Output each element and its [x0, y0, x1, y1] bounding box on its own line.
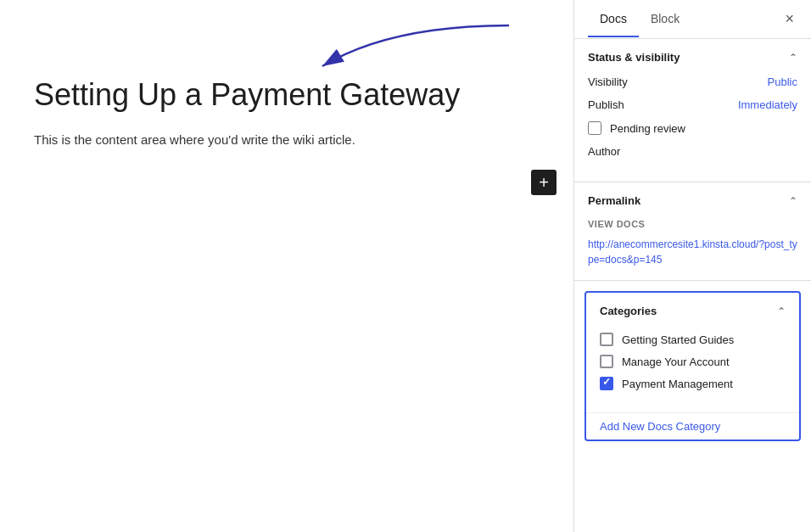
status-visibility-header[interactable]: Status & visibility ⌃	[574, 39, 811, 76]
page-title: Setting Up a Payment Gateway	[34, 76, 540, 113]
visibility-row: Visibility Public	[588, 76, 797, 88]
page-content: This is the content area where you'd wri…	[34, 130, 540, 150]
author-row: Author	[588, 145, 797, 158]
chevron-up-icon-categories: ⌃	[777, 305, 786, 317]
tab-block[interactable]: Block	[639, 2, 691, 37]
category-row-1: Manage Your Account	[600, 355, 786, 368]
close-icon: ×	[785, 10, 794, 28]
permalink-body: VIEW DOCS http://anecommercesite1.kinsta…	[574, 219, 811, 280]
author-label: Author	[588, 145, 620, 158]
categories-heading: Categories	[600, 305, 657, 317]
category-label-getting-started: Getting Started Guides	[622, 333, 734, 346]
permalink-link[interactable]: http://anecommercesite1.kinsta.cloud/?po…	[588, 238, 797, 266]
categories-header[interactable]: Categories ⌃	[586, 293, 799, 329]
sidebar: Docs Block × Status & visibility ⌃ Visib…	[573, 0, 811, 532]
category-label-payment-management: Payment Management	[622, 378, 733, 390]
status-visibility-heading: Status & visibility	[588, 51, 680, 64]
categories-section: Categories ⌃ Getting Started Guides Mana…	[584, 291, 801, 441]
add-category-link[interactable]: Add New Docs Category	[586, 412, 799, 440]
permalink-section: Permalink ⌃ VIEW DOCS http://anecommerce…	[574, 182, 811, 281]
visibility-label: Visibility	[588, 76, 628, 88]
publish-row: Publish Immediately	[588, 98, 797, 111]
permalink-header[interactable]: Permalink ⌃	[574, 182, 811, 219]
arrow-annotation	[51, 17, 526, 85]
add-block-button[interactable]: +	[531, 170, 557, 195]
category-label-manage-account: Manage Your Account	[622, 356, 730, 368]
pending-review-row: Pending review	[588, 121, 797, 135]
category-checkbox-getting-started[interactable]	[600, 333, 613, 346]
view-docs-label: VIEW DOCS	[588, 219, 797, 229]
plus-icon: +	[539, 173, 549, 193]
category-checkbox-payment-management[interactable]	[600, 377, 613, 390]
pending-review-label: Pending review	[610, 122, 685, 135]
publish-value[interactable]: Immediately	[738, 98, 797, 111]
category-checkbox-manage-account[interactable]	[600, 355, 613, 368]
category-row-0: Getting Started Guides	[600, 333, 786, 346]
categories-body: Getting Started Guides Manage Your Accou…	[586, 329, 799, 409]
editor-area: Setting Up a Payment Gateway This is the…	[0, 0, 573, 532]
chevron-up-icon-permalink: ⌃	[789, 195, 797, 207]
pending-review-checkbox[interactable]	[588, 121, 601, 135]
publish-label: Publish	[588, 98, 624, 111]
status-visibility-body: Visibility Public Publish Immediately Pe…	[574, 76, 811, 182]
close-button[interactable]: ×	[781, 7, 797, 31]
permalink-heading: Permalink	[588, 194, 640, 207]
status-visibility-section: Status & visibility ⌃ Visibility Public …	[574, 39, 811, 182]
chevron-up-icon: ⌃	[789, 52, 797, 64]
tab-group: Docs Block	[588, 2, 781, 36]
category-row-2: Payment Management	[600, 377, 786, 390]
visibility-value[interactable]: Public	[768, 76, 797, 88]
sidebar-header: Docs Block ×	[574, 0, 811, 39]
tab-docs[interactable]: Docs	[588, 2, 639, 37]
